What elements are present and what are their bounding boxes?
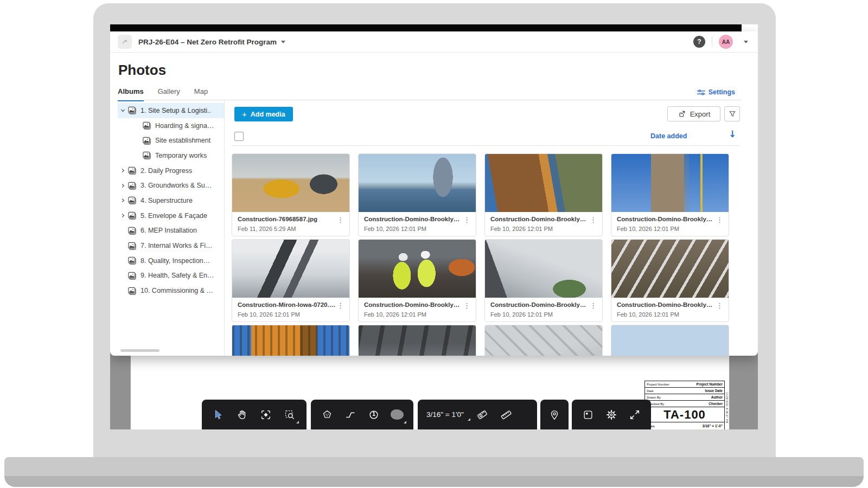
titleblock-label: Date bbox=[647, 389, 654, 393]
select-all-checkbox[interactable] bbox=[234, 132, 244, 141]
album-item[interactable]: 8. Quality, Inspection… bbox=[118, 253, 224, 268]
album-item[interactable]: Site establishment bbox=[118, 133, 224, 148]
photo-thumbnail[interactable] bbox=[485, 154, 602, 212]
sidebar-scrollbar[interactable] bbox=[120, 349, 159, 352]
kebab-menu-icon[interactable]: ⋮ bbox=[589, 216, 598, 232]
photo-filename: Construction-Domino-Brooklyn-078.jpg bbox=[364, 301, 462, 308]
polyline-icon[interactable] bbox=[340, 403, 361, 427]
photos-window: PRJ-26-E04 – Net Zero Retrofit Program ?… bbox=[110, 31, 758, 356]
album-item[interactable]: 6. MEP Installation bbox=[118, 223, 224, 239]
titleblock-row: Scale 3/16" = 1'-0" bbox=[645, 422, 724, 429]
album-item[interactable]: 9. Health, Safety & En… bbox=[118, 268, 224, 284]
chevron-right-icon[interactable] bbox=[120, 183, 127, 189]
photo-thumbnail[interactable] bbox=[485, 325, 602, 356]
album-item[interactable]: 7. Internal Works & Fi… bbox=[118, 238, 224, 253]
sort-by-label[interactable]: Date added bbox=[650, 132, 699, 140]
settings-link[interactable]: Settings bbox=[697, 88, 735, 96]
photo-thumbnail[interactable] bbox=[359, 240, 476, 298]
album-label: 10. Commissioning & … bbox=[141, 287, 213, 294]
photo-card[interactable] bbox=[232, 325, 350, 356]
photo-card[interactable] bbox=[358, 325, 476, 356]
project-selector[interactable]: PRJ-26-E04 – Net Zero Retrofit Program bbox=[138, 38, 277, 46]
pan-hand-icon[interactable] bbox=[231, 403, 253, 427]
album-item[interactable]: Hoarding & signa… bbox=[118, 118, 224, 133]
measure-tape-icon[interactable] bbox=[471, 403, 493, 427]
album-label: 8. Quality, Inspection… bbox=[141, 257, 210, 265]
export-button[interactable]: Export bbox=[667, 106, 720, 121]
kebab-menu-icon[interactable]: ⋮ bbox=[715, 216, 724, 232]
area-cloud-icon[interactable] bbox=[387, 403, 408, 427]
scale-selector[interactable]: 3/16" = 1'0" bbox=[423, 410, 469, 419]
album-item[interactable]: 4. Superstructure bbox=[118, 193, 224, 208]
album-item[interactable]: Temporary works bbox=[118, 148, 224, 163]
chevron-down-icon[interactable] bbox=[744, 41, 748, 43]
sliders-icon bbox=[697, 89, 705, 96]
album-icon bbox=[127, 166, 137, 175]
photo-date: Feb 11, 2026 5:29 AM bbox=[238, 226, 336, 232]
avatar[interactable]: AA bbox=[719, 35, 733, 49]
photo-thumbnail[interactable] bbox=[611, 240, 729, 298]
sort-direction-arrow-icon[interactable]: ↓ bbox=[729, 129, 736, 139]
kebab-menu-icon[interactable]: ⋮ bbox=[589, 301, 598, 318]
laptop-mockup: Project Number Project Number Date Issue… bbox=[0, 0, 868, 488]
photo-card[interactable]: Construction-Miron-Iowa-0720.jpg Feb 10,… bbox=[232, 239, 350, 322]
location-pin-icon[interactable] bbox=[546, 403, 563, 427]
chevron-right-icon[interactable] bbox=[120, 213, 127, 219]
photo-thumbnail[interactable] bbox=[232, 325, 349, 356]
photo-thumbnail[interactable] bbox=[359, 325, 476, 356]
album-item[interactable]: 2. Daily Progress bbox=[118, 163, 224, 178]
album-label: 7. Internal Works & Fi… bbox=[141, 242, 212, 249]
kebab-menu-icon[interactable]: ⋮ bbox=[336, 301, 345, 318]
album-item[interactable]: 5. Envelope & Façade bbox=[118, 208, 224, 223]
kebab-menu-icon[interactable]: ⋮ bbox=[336, 216, 345, 232]
ruler-icon[interactable] bbox=[495, 403, 517, 427]
chevron-right-icon[interactable] bbox=[120, 197, 127, 203]
photo-thumbnail[interactable] bbox=[485, 240, 602, 298]
kebab-menu-icon[interactable]: ⋮ bbox=[715, 301, 724, 318]
settings-gear-icon[interactable] bbox=[601, 403, 622, 427]
photo-card[interactable]: Construction-Domino-Brooklyn-104_wi… Feb… bbox=[358, 153, 476, 236]
photo-thumbnail[interactable] bbox=[611, 325, 729, 356]
settings-label: Settings bbox=[709, 88, 735, 96]
issue-marker-icon[interactable]: 1 bbox=[363, 403, 385, 427]
zoom-window-icon[interactable] bbox=[279, 403, 301, 427]
add-media-button[interactable]: + Add media bbox=[234, 107, 293, 121]
shape-pentagon-icon[interactable] bbox=[316, 403, 337, 427]
minimap-icon[interactable] bbox=[577, 403, 598, 427]
album-item[interactable]: 3. Groundworks & Su… bbox=[118, 178, 224, 193]
laptop-base-bottom bbox=[4, 476, 864, 487]
photo-filename: Construction-Domino-Brooklyn-104_wi… bbox=[364, 216, 462, 222]
photo-filename: Construction-Domino-Brooklyn-093.jpg bbox=[617, 301, 715, 308]
photo-thumbnail[interactable] bbox=[611, 154, 729, 212]
album-label: Temporary works bbox=[155, 152, 207, 159]
chevron-down-icon[interactable] bbox=[281, 41, 285, 43]
photo-thumbnail[interactable] bbox=[232, 154, 349, 212]
kebab-menu-icon[interactable]: ⋮ bbox=[462, 301, 471, 318]
photo-date: Feb 10, 2026 12:01 PM bbox=[364, 311, 462, 318]
photo-card[interactable]: Construction-Domino-Brooklyn-078.jpg Feb… bbox=[358, 239, 476, 322]
filter-button[interactable] bbox=[724, 106, 740, 121]
laptop-base bbox=[4, 457, 864, 476]
photo-card[interactable]: Construction-Domino-Brooklyn-120_wit… Fe… bbox=[484, 153, 603, 236]
kebab-menu-icon[interactable]: ⋮ bbox=[462, 216, 471, 232]
chevron-right-icon[interactable] bbox=[120, 168, 127, 174]
fullscreen-icon[interactable] bbox=[624, 403, 646, 427]
photo-card[interactable] bbox=[484, 325, 603, 356]
photo-card[interactable]: Construction-76968587.jpg Feb 11, 2026 5… bbox=[232, 153, 350, 236]
titleblock-value: Issue Date bbox=[705, 389, 723, 393]
photo-card[interactable]: Construction-Domino-Brooklyn-009.jpg Feb… bbox=[484, 239, 603, 322]
album-item[interactable]: 1. Site Setup & Logisti.. bbox=[118, 103, 224, 118]
photo-card[interactable]: Construction-Domino-Brooklyn-093.jpg Feb… bbox=[611, 239, 729, 322]
album-label: 1. Site Setup & Logisti.. bbox=[141, 107, 211, 114]
photo-card[interactable] bbox=[611, 325, 729, 356]
photo-thumbnail[interactable] bbox=[359, 154, 476, 212]
chevron-down-icon[interactable] bbox=[120, 107, 127, 113]
photo-thumbnail[interactable] bbox=[232, 240, 349, 298]
viewer-toolbar-location bbox=[540, 400, 569, 429]
help-button[interactable]: ? bbox=[693, 36, 705, 48]
photo-filename: Construction-Domino-Brooklyn-021_wit… bbox=[617, 216, 715, 222]
select-cursor-icon[interactable] bbox=[207, 403, 229, 427]
zoom-fit-icon[interactable] bbox=[255, 403, 277, 427]
photo-card[interactable]: Construction-Domino-Brooklyn-021_wit… Fe… bbox=[611, 153, 729, 236]
album-item[interactable]: 10. Commissioning & … bbox=[118, 283, 224, 298]
